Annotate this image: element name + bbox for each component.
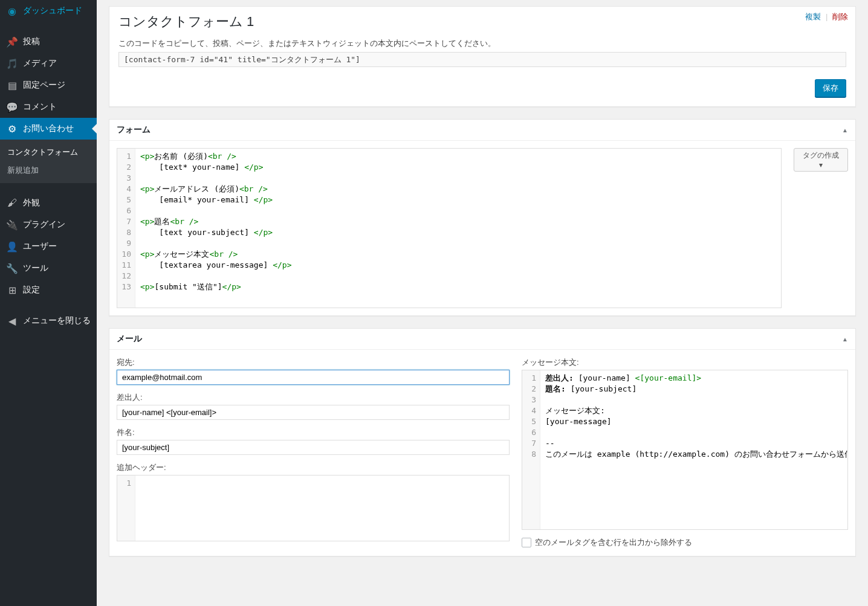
title-actions: 複製 | 削除	[805, 11, 848, 22]
page-icon: ▤	[6, 79, 18, 91]
gear-icon: ⚙	[6, 123, 18, 135]
menu-label: 外観	[23, 198, 40, 208]
media-icon: 🎵	[6, 57, 18, 69]
pin-icon: 📌	[6, 36, 18, 48]
duplicate-link[interactable]: 複製	[805, 12, 821, 21]
exclude-blank-checkbox[interactable]	[522, 538, 531, 547]
menu-pages[interactable]: ▤ 固定ページ	[0, 74, 97, 96]
toggle-icon[interactable]: ▲	[842, 127, 848, 134]
form-section-title: フォーム	[117, 124, 151, 135]
menu-label: ツール	[23, 263, 48, 274]
menu-label: 投稿	[23, 36, 40, 47]
menu-label: ユーザー	[23, 241, 57, 252]
toggle-icon[interactable]: ▲	[842, 336, 848, 343]
comment-icon: 💬	[6, 101, 18, 113]
code-content[interactable]: <p>お名前 (必須)<br /> [text* your-name] </p>…	[135, 149, 781, 308]
menu-label: 固定ページ	[23, 80, 65, 91]
submenu-add-new[interactable]: 新規追加	[0, 161, 97, 179]
menu-label: 設定	[23, 285, 40, 295]
code-content[interactable]	[135, 475, 509, 541]
admin-sidebar: ◉ ダッシュボード 📌 投稿 🎵 メディア ▤ 固定ページ 💬 コメント ⚙ お…	[0, 0, 97, 606]
mail-to-label: 宛先:	[117, 357, 510, 368]
form-section: フォーム ▲ 12345678910111213 <p>お名前 (必須)<br …	[109, 119, 856, 316]
wrench-icon: 🔧	[6, 262, 18, 274]
delete-link[interactable]: 削除	[832, 12, 848, 21]
menu-label: メニューを閉じる	[23, 315, 91, 326]
mail-from-input[interactable]	[117, 405, 510, 420]
menu-comments[interactable]: 💬 コメント	[0, 96, 97, 118]
line-gutter: 12345678910111213	[117, 149, 135, 308]
sliders-icon: ⊞	[6, 284, 18, 296]
menu-plugins[interactable]: 🔌 プラグイン	[0, 214, 97, 236]
exclude-blank-label: 空のメールタグを含む行を出力から除外する	[535, 537, 692, 548]
mail-section-title: メール	[117, 334, 142, 344]
collapse-icon: ◀	[6, 315, 18, 327]
mail-headers-editor[interactable]: 1	[117, 475, 510, 541]
shortcode-description: このコードをコピーして、投稿、ページ、またはテキストウィジェットの本文内にペース…	[118, 38, 846, 49]
mail-subject-input[interactable]	[117, 440, 510, 455]
menu-contact[interactable]: ⚙ お問い合わせ	[0, 118, 97, 140]
menu-settings[interactable]: ⊞ 設定	[0, 279, 97, 301]
generate-tag-button[interactable]: タグの作成 ▾	[794, 148, 848, 172]
mail-body-editor[interactable]: 12345678 差出人: [your-name] <[your-email]>…	[522, 370, 848, 530]
menu-label: コメント	[23, 102, 57, 112]
menu-label: ダッシュボード	[23, 5, 82, 16]
user-icon: 👤	[6, 240, 18, 253]
submenu-contact: コンタクトフォーム 新規追加	[0, 140, 97, 183]
dashboard-icon: ◉	[6, 5, 18, 17]
menu-posts[interactable]: 📌 投稿	[0, 31, 97, 53]
menu-users[interactable]: 👤 ユーザー	[0, 236, 97, 257]
submenu-contact-forms[interactable]: コンタクトフォーム	[0, 143, 97, 161]
mail-from-label: 差出人:	[117, 392, 510, 403]
menu-dashboard[interactable]: ◉ ダッシュボード	[0, 0, 97, 22]
line-gutter: 1	[117, 475, 135, 541]
menu-media[interactable]: 🎵 メディア	[0, 53, 97, 74]
plugin-icon: 🔌	[6, 219, 18, 231]
main-content: 複製 | 削除 コンタクトフォーム 1 このコードをコピーして、投稿、ページ、ま…	[97, 0, 868, 606]
line-gutter: 12345678	[522, 370, 540, 529]
brush-icon: 🖌	[6, 197, 18, 209]
page-title: コンタクトフォーム 1	[118, 13, 846, 31]
menu-label: プラグイン	[23, 219, 65, 230]
menu-collapse[interactable]: ◀ メニューを閉じる	[0, 310, 97, 332]
mail-headers-label: 追加ヘッダー:	[117, 462, 510, 473]
mail-body-label: メッセージ本文:	[522, 357, 848, 368]
menu-tools[interactable]: 🔧 ツール	[0, 257, 97, 279]
menu-label: メディア	[23, 58, 57, 69]
mail-section: メール ▲ 宛先: 差出人: 件名:	[109, 328, 856, 556]
code-content[interactable]: 差出人: [your-name] <[your-email]>題名: [your…	[540, 370, 847, 529]
mail-subject-label: 件名:	[117, 427, 510, 438]
save-button[interactable]: 保存	[815, 79, 846, 97]
menu-appearance[interactable]: 🖌 外観	[0, 192, 97, 214]
title-panel: 複製 | 削除 コンタクトフォーム 1 このコードをコピーして、投稿、ページ、ま…	[109, 6, 856, 107]
menu-label: お問い合わせ	[23, 123, 74, 134]
form-code-editor[interactable]: 12345678910111213 <p>お名前 (必須)<br /> [tex…	[117, 148, 782, 308]
shortcode-input[interactable]	[118, 52, 846, 67]
mail-to-input[interactable]	[117, 370, 510, 385]
